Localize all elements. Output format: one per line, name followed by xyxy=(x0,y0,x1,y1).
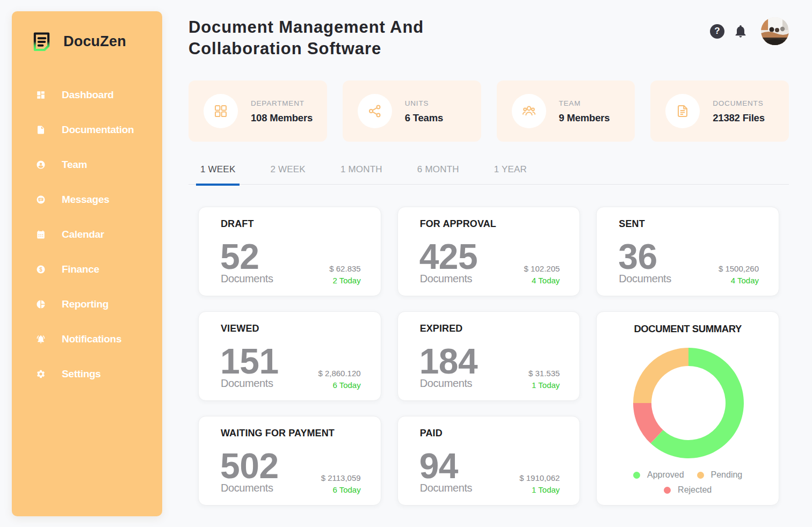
card-amount: $ 62.835 xyxy=(329,264,360,273)
legend-item-pending: Pending xyxy=(697,470,743,480)
card-amount: $ 31.535 xyxy=(528,369,560,378)
sidebar-item-calendar[interactable]: Calendar xyxy=(12,217,162,252)
card-amount: $ 2113,059 xyxy=(321,473,361,482)
card-today: 1 Today xyxy=(532,380,560,390)
card-title: PAID xyxy=(420,428,443,439)
grid-icon xyxy=(213,104,228,119)
card-waiting-for-payment: WAITING FOR PAYMENT 502 Documents $ 2113… xyxy=(198,416,381,506)
stat-value: 21382 Files xyxy=(713,112,765,124)
sidebar-item-team[interactable]: Team xyxy=(12,147,162,182)
stat-label: DOCUMENTS xyxy=(713,99,765,107)
stats-row: DEPARTMENT 108 Members UNITS 6 Teams xyxy=(189,80,789,142)
main-content: Document Management And Collaboration So… xyxy=(189,0,789,60)
card-count: 36 xyxy=(618,239,657,274)
legend-row: Approved Pending xyxy=(597,470,779,480)
bell-icon xyxy=(733,24,748,39)
stat-label: DEPARTMENT xyxy=(251,99,313,107)
stat-text: UNITS 6 Teams xyxy=(405,99,443,124)
legend-dot-approved xyxy=(633,472,640,479)
document-summary-title: DOCUMENT SUMMARY xyxy=(597,323,779,335)
card-sent: SENT 36 Documents $ 1500,260 4 Today xyxy=(596,207,779,296)
stat-value: 6 Teams xyxy=(405,112,443,124)
notifications-button[interactable] xyxy=(733,24,748,39)
card-today: 4 Today xyxy=(731,276,759,285)
card-title: SENT xyxy=(619,218,644,230)
donut-segment-pending xyxy=(633,348,688,403)
gear-icon xyxy=(36,369,46,379)
card-count: 425 xyxy=(419,239,478,274)
card-expired: EXPIRED 184 Documents $ 31.535 1 Today xyxy=(397,311,581,401)
tab-2-week[interactable]: 2 WEEK xyxy=(266,161,309,184)
stat-text: DEPARTMENT 108 Members xyxy=(251,99,313,124)
sidebar-item-dashboard[interactable]: Dashboard xyxy=(12,77,162,112)
share-icon xyxy=(367,104,382,119)
sidebar-item-documentation[interactable]: Documentation xyxy=(12,112,162,147)
user-circle-icon xyxy=(36,160,46,170)
tab-1-month[interactable]: 1 MONTH xyxy=(336,161,387,184)
card-today: 6 Today xyxy=(332,485,360,494)
stat-label: TEAM xyxy=(559,99,610,107)
period-tabs: 1 WEEK 2 WEEK 1 MONTH 6 MONTH 1 YEAR xyxy=(189,161,789,185)
stat-card-units: UNITS 6 Teams xyxy=(343,80,481,142)
card-unit: Documents xyxy=(420,377,473,390)
sidebar-item-label: Messages xyxy=(62,194,109,206)
card-count: 502 xyxy=(220,448,279,484)
card-unit: Documents xyxy=(619,273,671,285)
card-unit: Documents xyxy=(221,377,273,390)
stat-card-documents: DOCUMENTS 21382 Files xyxy=(650,80,789,142)
legend-dot-rejected xyxy=(664,487,671,494)
card-count: 151 xyxy=(220,343,279,379)
card-title: VIEWED xyxy=(221,323,259,334)
card-viewed: VIEWED 151 Documents $ 2,860.120 6 Today xyxy=(198,311,381,401)
legend-label: Rejected xyxy=(678,485,712,495)
stat-icon-circle xyxy=(512,94,546,128)
help-icon: ? xyxy=(714,26,720,36)
pie-chart-icon xyxy=(36,299,46,309)
card-title: FOR APPROVAL xyxy=(420,218,496,230)
sidebar-item-label: Notifications xyxy=(62,333,121,345)
sidebar: DocuZen Dashboard Documentation Team Mes… xyxy=(12,11,162,516)
stat-text: TEAM 9 Members xyxy=(559,99,610,124)
stat-icon-circle xyxy=(358,94,392,128)
app-logo[interactable]: DocuZen xyxy=(32,32,126,52)
stat-card-team: TEAM 9 Members xyxy=(497,80,635,142)
file-icon xyxy=(675,104,690,119)
stat-icon-circle xyxy=(665,94,700,128)
card-paid: PAID 94 Documents $ 1910,062 1 Today xyxy=(397,416,581,506)
sidebar-item-settings[interactable]: Settings xyxy=(12,356,162,391)
legend-label: Pending xyxy=(711,470,743,480)
stat-label: UNITS xyxy=(405,99,443,107)
sidebar-nav: Dashboard Documentation Team Messages Ca… xyxy=(12,77,162,391)
legend-item-approved: Approved xyxy=(633,470,684,480)
sidebar-item-label: Documentation xyxy=(62,124,134,136)
calendar-icon xyxy=(36,230,46,239)
sidebar-item-reporting[interactable]: Reporting xyxy=(12,287,162,321)
card-title: EXPIRED xyxy=(420,323,463,334)
card-unit: Documents xyxy=(221,482,273,494)
card-count: 184 xyxy=(419,343,478,379)
help-button[interactable]: ? xyxy=(710,24,724,39)
tab-1-week[interactable]: 1 WEEK xyxy=(196,161,240,184)
sidebar-item-label: Calendar xyxy=(62,229,104,240)
sidebar-item-finance[interactable]: $ Finance xyxy=(12,252,162,287)
tab-1-year[interactable]: 1 YEAR xyxy=(490,161,531,184)
card-count: 52 xyxy=(220,239,259,274)
stat-icon-circle xyxy=(204,94,238,128)
card-today: 2 Today xyxy=(332,276,360,285)
dollar-icon: $ xyxy=(36,265,46,274)
user-avatar[interactable] xyxy=(761,17,789,45)
card-today: 4 Today xyxy=(532,276,560,285)
legend-item-rejected: Rejected xyxy=(664,485,712,495)
sidebar-item-messages[interactable]: Messages xyxy=(12,182,162,217)
avatar-photo xyxy=(761,17,789,45)
page-title: Document Management And Collaboration So… xyxy=(189,0,489,60)
stat-value: 108 Members xyxy=(251,112,313,124)
document-icon xyxy=(36,125,46,135)
team-icon xyxy=(521,104,536,119)
bell-ring-icon xyxy=(36,334,46,344)
tab-6-month[interactable]: 6 MONTH xyxy=(413,161,463,184)
sidebar-item-label: Finance xyxy=(62,264,99,275)
dashboard-icon xyxy=(36,90,46,100)
donut-legend: Approved Pending Rejected xyxy=(597,470,779,500)
sidebar-item-notifications[interactable]: Notifications xyxy=(12,321,162,356)
